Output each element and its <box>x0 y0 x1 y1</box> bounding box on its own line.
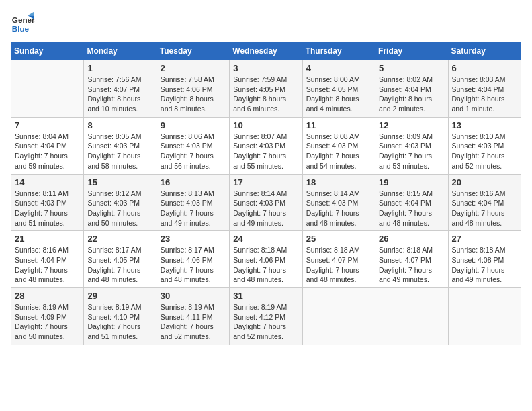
calendar-table: SundayMondayTuesdayWednesdayThursdayFrid… <box>11 42 521 345</box>
calendar-cell: 24Sunrise: 8:18 AMSunset: 4:06 PMDayligh… <box>230 231 302 288</box>
day-info: Sunrise: 8:00 AMSunset: 4:05 PMDaylight:… <box>306 75 371 114</box>
day-number: 29 <box>87 291 152 301</box>
day-info: Sunrise: 7:58 AMSunset: 4:06 PMDaylight:… <box>161 75 226 114</box>
calendar-cell: 22Sunrise: 8:17 AMSunset: 4:05 PMDayligh… <box>84 231 157 288</box>
calendar-cell: 2Sunrise: 7:58 AMSunset: 4:06 PMDaylight… <box>157 60 229 118</box>
calendar-cell: 20Sunrise: 8:16 AMSunset: 4:04 PMDayligh… <box>448 174 521 231</box>
day-number: 26 <box>379 234 444 244</box>
calendar-cell: 14Sunrise: 8:11 AMSunset: 4:03 PMDayligh… <box>11 174 84 231</box>
day-info: Sunrise: 8:02 AMSunset: 4:04 PMDaylight:… <box>379 75 444 114</box>
day-info: Sunrise: 8:19 AMSunset: 4:09 PMDaylight:… <box>15 302 80 342</box>
day-info: Sunrise: 8:19 AMSunset: 4:12 PMDaylight:… <box>233 302 298 342</box>
calendar-header-row: SundayMondayTuesdayWednesdayThursdayFrid… <box>11 42 521 60</box>
day-number: 7 <box>15 120 80 130</box>
calendar-cell: 9Sunrise: 8:06 AMSunset: 4:03 PMDaylight… <box>157 117 229 174</box>
day-number: 11 <box>306 120 371 130</box>
day-info: Sunrise: 8:12 AMSunset: 4:03 PMDaylight:… <box>87 189 152 228</box>
calendar-cell: 23Sunrise: 8:17 AMSunset: 4:06 PMDayligh… <box>157 231 229 288</box>
day-number: 28 <box>15 291 80 301</box>
day-number: 22 <box>87 234 152 244</box>
day-info: Sunrise: 8:09 AMSunset: 4:03 PMDaylight:… <box>379 132 444 171</box>
day-info: Sunrise: 8:18 AMSunset: 4:07 PMDaylight:… <box>379 245 444 285</box>
calendar-cell: 10Sunrise: 8:07 AMSunset: 4:03 PMDayligh… <box>230 117 302 174</box>
calendar-cell: 12Sunrise: 8:09 AMSunset: 4:03 PMDayligh… <box>375 117 448 174</box>
day-number: 8 <box>87 120 152 130</box>
logo-icon: General Blue <box>11 11 35 35</box>
calendar-week-row: 1Sunrise: 7:56 AMSunset: 4:07 PMDaylight… <box>11 60 521 118</box>
calendar-cell <box>302 288 375 345</box>
day-info: Sunrise: 8:16 AMSunset: 4:04 PMDaylight:… <box>15 245 80 285</box>
day-info: Sunrise: 8:18 AMSunset: 4:08 PMDaylight:… <box>452 245 517 285</box>
calendar-header-saturday: Saturday <box>448 42 521 60</box>
calendar-header-tuesday: Tuesday <box>157 42 229 60</box>
calendar-header-thursday: Thursday <box>302 42 375 60</box>
svg-text:Blue: Blue <box>12 24 30 33</box>
day-number: 19 <box>379 177 444 187</box>
day-number: 6 <box>452 63 517 73</box>
calendar-cell: 25Sunrise: 8:18 AMSunset: 4:07 PMDayligh… <box>302 231 375 288</box>
calendar-cell: 26Sunrise: 8:18 AMSunset: 4:07 PMDayligh… <box>375 231 448 288</box>
day-info: Sunrise: 8:19 AMSunset: 4:11 PMDaylight:… <box>161 302 226 342</box>
day-info: Sunrise: 8:17 AMSunset: 4:05 PMDaylight:… <box>87 245 152 285</box>
day-info: Sunrise: 8:11 AMSunset: 4:03 PMDaylight:… <box>15 189 80 228</box>
calendar-cell: 7Sunrise: 8:04 AMSunset: 4:04 PMDaylight… <box>11 117 84 174</box>
day-info: Sunrise: 8:03 AMSunset: 4:04 PMDaylight:… <box>452 75 517 114</box>
day-number: 21 <box>15 234 80 244</box>
calendar-cell: 1Sunrise: 7:56 AMSunset: 4:07 PMDaylight… <box>84 60 157 118</box>
calendar-cell: 4Sunrise: 8:00 AMSunset: 4:05 PMDaylight… <box>302 60 375 118</box>
day-number: 12 <box>379 120 444 130</box>
calendar-cell: 11Sunrise: 8:08 AMSunset: 4:03 PMDayligh… <box>302 117 375 174</box>
day-number: 30 <box>161 291 226 301</box>
day-number: 1 <box>87 63 152 73</box>
calendar-week-row: 7Sunrise: 8:04 AMSunset: 4:04 PMDaylight… <box>11 117 521 174</box>
calendar-cell <box>11 60 84 118</box>
day-info: Sunrise: 8:10 AMSunset: 4:03 PMDaylight:… <box>452 132 517 171</box>
day-number: 20 <box>452 177 517 187</box>
day-info: Sunrise: 8:06 AMSunset: 4:03 PMDaylight:… <box>161 132 226 171</box>
calendar-cell: 30Sunrise: 8:19 AMSunset: 4:11 PMDayligh… <box>157 288 229 345</box>
day-info: Sunrise: 7:59 AMSunset: 4:05 PMDaylight:… <box>233 75 298 114</box>
day-number: 4 <box>306 63 371 73</box>
day-number: 31 <box>233 291 298 301</box>
day-info: Sunrise: 8:13 AMSunset: 4:03 PMDaylight:… <box>161 189 226 228</box>
calendar-header-monday: Monday <box>84 42 157 60</box>
day-number: 27 <box>452 234 517 244</box>
calendar-cell: 21Sunrise: 8:16 AMSunset: 4:04 PMDayligh… <box>11 231 84 288</box>
day-number: 23 <box>161 234 226 244</box>
calendar-cell: 31Sunrise: 8:19 AMSunset: 4:12 PMDayligh… <box>230 288 302 345</box>
day-info: Sunrise: 8:14 AMSunset: 4:03 PMDaylight:… <box>306 189 371 228</box>
calendar-header-friday: Friday <box>375 42 448 60</box>
day-number: 18 <box>306 177 371 187</box>
day-info: Sunrise: 7:56 AMSunset: 4:07 PMDaylight:… <box>87 75 152 114</box>
day-info: Sunrise: 8:14 AMSunset: 4:03 PMDaylight:… <box>233 189 298 228</box>
calendar-cell: 3Sunrise: 7:59 AMSunset: 4:05 PMDaylight… <box>230 60 302 118</box>
day-number: 24 <box>233 234 298 244</box>
calendar-cell: 8Sunrise: 8:05 AMSunset: 4:03 PMDaylight… <box>84 117 157 174</box>
calendar-cell: 16Sunrise: 8:13 AMSunset: 4:03 PMDayligh… <box>157 174 229 231</box>
calendar-week-row: 21Sunrise: 8:16 AMSunset: 4:04 PMDayligh… <box>11 231 521 288</box>
day-number: 15 <box>87 177 152 187</box>
day-number: 2 <box>161 63 226 73</box>
calendar-cell <box>375 288 448 345</box>
day-info: Sunrise: 8:05 AMSunset: 4:03 PMDaylight:… <box>87 132 152 171</box>
logo: General Blue <box>11 11 38 35</box>
day-number: 14 <box>15 177 80 187</box>
day-info: Sunrise: 8:17 AMSunset: 4:06 PMDaylight:… <box>161 245 226 285</box>
calendar-cell: 13Sunrise: 8:10 AMSunset: 4:03 PMDayligh… <box>448 117 521 174</box>
day-info: Sunrise: 8:18 AMSunset: 4:06 PMDaylight:… <box>233 245 298 285</box>
calendar-header-sunday: Sunday <box>11 42 84 60</box>
day-info: Sunrise: 8:15 AMSunset: 4:04 PMDaylight:… <box>379 189 444 228</box>
calendar-cell: 18Sunrise: 8:14 AMSunset: 4:03 PMDayligh… <box>302 174 375 231</box>
svg-marker-3 <box>28 12 34 15</box>
day-number: 13 <box>452 120 517 130</box>
day-number: 3 <box>233 63 298 73</box>
calendar-week-row: 28Sunrise: 8:19 AMSunset: 4:09 PMDayligh… <box>11 288 521 345</box>
calendar-cell: 15Sunrise: 8:12 AMSunset: 4:03 PMDayligh… <box>84 174 157 231</box>
day-number: 16 <box>161 177 226 187</box>
day-number: 9 <box>161 120 226 130</box>
day-number: 25 <box>306 234 371 244</box>
calendar-cell: 19Sunrise: 8:15 AMSunset: 4:04 PMDayligh… <box>375 174 448 231</box>
day-info: Sunrise: 8:16 AMSunset: 4:04 PMDaylight:… <box>452 189 517 228</box>
calendar-cell: 6Sunrise: 8:03 AMSunset: 4:04 PMDaylight… <box>448 60 521 118</box>
calendar-cell: 29Sunrise: 8:19 AMSunset: 4:10 PMDayligh… <box>84 288 157 345</box>
